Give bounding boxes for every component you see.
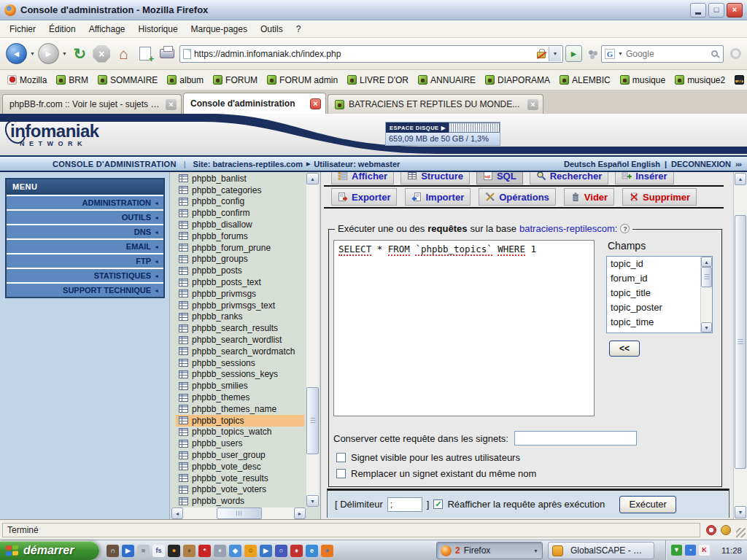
field-option[interactable]: topic_time [607, 315, 700, 330]
bookmark-item[interactable]: FORUM [213, 75, 258, 85]
quick-launch-icon[interactable]: ● [168, 545, 180, 557]
search-bar[interactable]: G ▼ [601, 45, 724, 63]
quick-launch-icon[interactable]: ○ [275, 545, 287, 557]
task-button[interactable]: GlobalSCAPE - Cute... [548, 542, 654, 559]
site-name[interactable]: Site: batraciens-reptiles.com [193, 160, 303, 168]
pma-tab-rechercher[interactable]: Rechercher [530, 172, 609, 184]
table-list-item[interactable]: phpbb_search_wordmatch [176, 346, 304, 357]
side-menu-item[interactable]: ADMINISTRATION ◄ [7, 195, 163, 209]
table-list-item[interactable]: phpbb_groups [176, 254, 304, 265]
field-option[interactable]: forum_id [607, 271, 700, 286]
url-dropdown-button[interactable]: ▼ [549, 47, 561, 61]
bookmark-item[interactable]: musique [620, 75, 665, 85]
scrollbar-thumb[interactable] [217, 508, 262, 519]
table-list-item[interactable]: phpbb_topics [176, 415, 304, 427]
side-menu-item[interactable]: SUPPORT TECHNIQUE ◄ [7, 282, 163, 297]
quick-launch-icon[interactable]: ∩ [107, 545, 119, 557]
quick-launch-icon[interactable]: ☺ [244, 545, 257, 557]
scrollbar-thumb[interactable] [735, 215, 746, 469]
go-button[interactable]: ► [565, 45, 582, 62]
menu-item[interactable]: ? [290, 21, 308, 37]
bookmark-item[interactable]: Mozilla [7, 75, 47, 85]
menu-item[interactable]: Fichier [3, 21, 42, 37]
table-list-item[interactable]: phpbb_search_wordlist [176, 334, 304, 346]
bookmark-item[interactable]: BRM [56, 75, 88, 85]
back-button[interactable]: ◄ [6, 43, 27, 64]
table-list-item[interactable]: phpbb_ranks [176, 311, 304, 323]
table-list-item[interactable]: phpbb_banlist [176, 173, 304, 184]
bookmark-replace-checkbox[interactable] [336, 469, 346, 478]
table-list-item[interactable]: phpbb_privmsgs_text [176, 300, 304, 311]
bookmark-item[interactable]: SOMMAIRE [98, 75, 158, 85]
pma-tab-sql[interactable]: sql SQL [476, 172, 523, 184]
print-button[interactable] [158, 44, 177, 63]
quick-launch-icon[interactable]: ● [214, 545, 226, 557]
pma-tab-inserer[interactable]: Insérer [615, 172, 673, 184]
addon-paw-icon[interactable] [589, 50, 593, 55]
table-list-item[interactable]: phpbb_sessions [176, 357, 304, 369]
search-engine-caret[interactable]: ▼ [618, 51, 623, 56]
tab-phpbb[interactable]: phpBB-fr.com :: Voir le sujet - sujets a… [2, 94, 182, 114]
bookmark-visible-checkbox[interactable] [336, 453, 346, 462]
scroll-up-button[interactable]: ▲ [735, 173, 746, 185]
quick-launch-icon[interactable]: ♦ [183, 545, 196, 557]
quick-launch-icon[interactable]: fs [152, 545, 165, 557]
bookmark-item[interactable]: ALEMBIC [560, 75, 611, 85]
table-list-item[interactable]: phpbb_search_results [176, 322, 304, 334]
bookmark-item[interactable]: LIVRE D'OR [347, 75, 409, 85]
field-option[interactable]: topic_title [607, 286, 700, 300]
tray-icon[interactable]: ▪ [685, 545, 696, 556]
tab-close-button[interactable]: × [310, 98, 321, 109]
table-list-item[interactable]: phpbb_vote_results [176, 472, 304, 484]
table-list-item[interactable]: phpbb_sessions_keys [176, 369, 304, 381]
field-option[interactable]: topic_id [607, 257, 700, 271]
sql-textarea[interactable]: SELECT * FROM `phpbb_topics` WHERE 1 [333, 240, 595, 416]
table-list-item[interactable]: phpbb_vote_voters [176, 484, 304, 496]
table-list-horizontal-scrollbar[interactable]: ◄ ► [171, 508, 306, 519]
language-links[interactable]: Deutsch Español English [564, 160, 660, 168]
pma-tab-afficher[interactable]: Afficher [331, 172, 394, 184]
start-button[interactable]: démarrer [0, 541, 99, 560]
scroll-right-button[interactable]: ► [294, 508, 306, 519]
table-list-item[interactable]: phpbb_categories [176, 184, 304, 196]
table-list-item[interactable]: phpbb_privmsgs [176, 288, 304, 300]
extension-icon[interactable] [721, 525, 731, 535]
table-list-item[interactable]: phpbb_disallow [176, 219, 304, 230]
scroll-down-button[interactable]: ▼ [306, 495, 319, 507]
side-menu-item[interactable]: EMAIL ◄ [7, 238, 163, 253]
side-menu-item[interactable]: FTP ◄ [7, 253, 163, 268]
quick-launch-icon[interactable]: ◆ [229, 545, 241, 557]
bookmark-item[interactable]: album [167, 75, 204, 85]
table-list-item[interactable]: phpbb_themes_name [176, 403, 304, 415]
tab-close-button[interactable]: × [166, 99, 177, 110]
redisplay-checkbox[interactable]: ✓ [433, 499, 443, 509]
close-button[interactable]: × [727, 3, 743, 18]
quick-launch-icon[interactable]: * [198, 545, 211, 557]
side-menu-item[interactable]: DNS ◄ [7, 224, 163, 238]
bookmark-item[interactable]: DIAPORAMA [485, 75, 550, 85]
table-list-vertical-scrollbar[interactable]: ▲ ▼ [306, 173, 319, 507]
bookmark-item[interactable]: musique2 [675, 75, 725, 85]
tray-icon[interactable]: K [699, 545, 710, 556]
table-list-item[interactable]: phpbb_vote_desc [176, 461, 304, 472]
table-list-item[interactable]: phpbb_posts_text [176, 276, 304, 288]
pma-tab-importer[interactable]: Importer [405, 188, 471, 206]
home-button[interactable]: ⌂ [114, 44, 133, 63]
quick-launch-icon[interactable]: ■ [137, 545, 150, 557]
bookmark-item[interactable]: ANNUAIRE [418, 75, 476, 85]
table-list-item[interactable]: phpbb_confirm [176, 207, 304, 219]
quick-launch-icon[interactable]: ♦ [290, 545, 303, 557]
insert-field-button[interactable]: << [609, 341, 640, 357]
scrollbar-thumb[interactable] [306, 387, 319, 454]
table-list-item[interactable]: phpbb_config [176, 196, 304, 208]
scroll-down-button[interactable]: ▼ [735, 506, 746, 518]
menu-item[interactable]: Outils [254, 21, 290, 37]
scrollbar-thumb[interactable] [701, 267, 712, 287]
scroll-up-button[interactable]: ▲ [701, 257, 712, 267]
search-icon[interactable] [711, 50, 718, 57]
execute-button[interactable]: Exécuter [619, 496, 676, 513]
back-history-caret[interactable]: ▼ [30, 51, 35, 56]
quick-launch-icon[interactable]: e [306, 545, 318, 557]
quick-launch-icon[interactable]: ▶ [122, 545, 134, 557]
bookmark-item[interactable]: FORUM admin [267, 75, 338, 85]
